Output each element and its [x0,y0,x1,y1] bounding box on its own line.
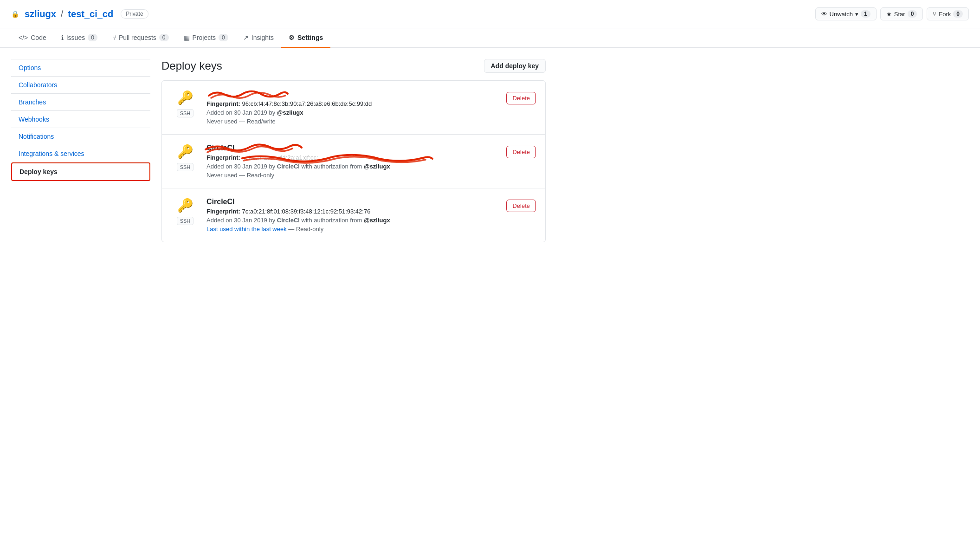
sidebar-label-deploy-keys: Deploy keys [19,168,58,175]
key-authfrom-2[interactable]: @szliugx [364,163,390,170]
star-button[interactable]: ★ Star 0 [880,7,923,20]
sidebar-item-deploy-keys[interactable]: Deploy keys [11,162,150,181]
repo-header: 🔒 szliugx / test_ci_cd Private 👁 Unwatch… [0,0,980,28]
key-usage-2: Never used — Read-only [206,172,499,179]
deploy-keys-list: 🔑 SSH RedactedKeyName Fingerprint: 96:cb… [161,80,546,242]
table-row: 🔑 SSH RedactedKeyName Fingerprint: 96:cb… [162,81,545,135]
sidebar-link-branches[interactable]: Branches [19,98,46,106]
add-deploy-key-button[interactable]: Add deploy key [484,59,546,73]
tab-projects-label: Projects [193,34,216,41]
key-user-2: CircleCI [277,163,300,170]
header-actions: 👁 Unwatch ▾ 1 ★ Star 0 ⑂ Fork 0 [815,7,969,20]
section-header: Deploy keys Add deploy key [161,59,546,73]
tab-insights-label: Insights [251,34,274,41]
key-actions-1: Delete [506,90,536,104]
key-icon-1: 🔑 [177,90,193,105]
sidebar-link-options[interactable]: Options [19,64,41,71]
tab-settings-label: Settings [297,34,323,41]
issues-count: 0 [88,34,97,41]
unwatch-label: Unwatch [830,11,853,18]
key-name-2: CircleCI [206,144,299,152]
page-title: Deploy keys [161,59,222,72]
key-icon-area-1: 🔑 SSH [171,90,199,117]
fingerprint-value-2: ...:fa:a7:2a:...:dd:2a:a1:cf:cc:... [242,154,323,161]
fork-label: Fork [939,11,951,18]
pr-count: 0 [159,34,169,41]
fork-count: 0 [953,10,963,18]
delete-button-1[interactable]: Delete [506,92,536,104]
key-meta-2: Added on 30 Jan 2019 by CircleCI with au… [206,163,499,170]
tab-pr-label: Pull requests [119,34,156,41]
key-actions-2: Delete [506,144,536,158]
key-name-3: CircleCI [206,198,499,206]
tab-code[interactable]: </> Code [11,28,54,48]
sidebar-item-webhooks[interactable]: Webhooks [11,111,150,128]
sidebar-item-notifications[interactable]: Notifications [11,128,150,145]
sidebar-link-integrations[interactable]: Integrations & services [19,150,84,157]
projects-icon: ▦ [184,34,190,41]
key-fingerprint-2: Fingerprint: ...:fa:a7:2a:...:dd:2a:a1:c… [206,154,499,161]
tab-pullrequests[interactable]: ⑂ Pull requests 0 [105,28,176,48]
key-icon-2: 🔑 [177,144,193,159]
repo-name[interactable]: test_ci_cd [68,9,113,19]
settings-icon: ⚙ [289,34,295,41]
delete-button-3[interactable]: Delete [506,200,536,212]
key-user-1[interactable]: @szliugx [277,109,303,116]
tab-code-label: Code [31,34,46,41]
issues-icon: ℹ [61,34,64,41]
table-row: 🔑 SSH CircleCI Fingerprint: ... [162,135,545,188]
eye-icon: 👁 [821,11,827,18]
key-icon-3: 🔑 [177,198,193,213]
key-details-2: CircleCI Fingerprint: ...:fa:a7:2a:...:d… [206,144,499,179]
pr-icon: ⑂ [112,34,116,41]
fork-button[interactable]: ⑂ Fork 0 [927,7,969,20]
tab-insights[interactable]: ↗ Insights [236,28,281,48]
tab-settings[interactable]: ⚙ Settings [281,28,330,48]
tab-issues[interactable]: ℹ Issues 0 [54,28,105,48]
fingerprint-value-3: 7c:a0:21:8f:01:08:39:f3:48:12:1c:92:51:9… [242,208,371,215]
tab-issues-label: Issues [66,34,85,41]
unwatch-chevron: ▾ [855,11,858,18]
key-details-3: CircleCI Fingerprint: 7c:a0:21:8f:01:08:… [206,198,499,233]
code-icon: </> [19,34,28,41]
main-layout: Options Collaborators Branches Webhooks … [0,48,557,253]
key-icon-area-2: 🔑 SSH [171,144,199,171]
key-fingerprint-3: Fingerprint: 7c:a0:21:8f:01:08:39:f3:48:… [206,208,499,215]
repo-owner[interactable]: szliugx [25,9,56,19]
key-actions-3: Delete [506,198,536,212]
ssh-badge-3: SSH [177,217,194,225]
main-content: Deploy keys Add deploy key 🔑 SSH Redacte… [161,59,546,242]
key-user-3: CircleCI [277,217,300,224]
key-details-1: RedactedKeyName Fingerprint: 96:cb:f4:47… [206,90,499,125]
sidebar-item-options[interactable]: Options [11,59,150,77]
fork-icon: ⑂ [933,11,936,18]
projects-count: 0 [219,34,228,41]
star-label: Star [894,11,905,18]
last-used-link-3[interactable]: Last used within the last week [206,226,287,233]
redact-scribble-1 [206,86,290,105]
unwatch-button[interactable]: 👁 Unwatch ▾ 1 [815,7,877,20]
key-usage-3: Last used within the last week — Read-on… [206,226,499,233]
sidebar-link-collaborators[interactable]: Collaborators [19,81,57,89]
sidebar-link-notifications[interactable]: Notifications [19,133,54,140]
separator: / [61,9,64,19]
key-authfrom-3[interactable]: @szliugx [364,217,390,224]
key-usage-1: Never used — Read/write [206,118,499,125]
table-row: 🔑 SSH CircleCI Fingerprint: 7c:a0:21:8f:… [162,188,545,242]
insights-icon: ↗ [243,34,249,41]
fingerprint-container-2: ...:fa:a7:2a:...:dd:2a:a1:cf:cc:... [242,154,428,161]
key-access-3: — Read-only [288,226,323,233]
sidebar-item-integrations[interactable]: Integrations & services [11,145,150,162]
sidebar: Options Collaborators Branches Webhooks … [11,59,150,242]
unwatch-count: 1 [861,10,870,18]
private-badge: Private [121,9,148,19]
lock-icon: 🔒 [11,10,19,18]
sidebar-item-branches[interactable]: Branches [11,94,150,111]
delete-button-2[interactable]: Delete [506,146,536,158]
ssh-badge-1: SSH [177,109,194,117]
key-icon-area-3: 🔑 SSH [171,198,199,225]
key-name-1: RedactedKeyName [206,90,499,98]
sidebar-item-collaborators[interactable]: Collaborators [11,77,150,94]
sidebar-link-webhooks[interactable]: Webhooks [19,116,49,123]
tab-projects[interactable]: ▦ Projects 0 [176,28,236,48]
